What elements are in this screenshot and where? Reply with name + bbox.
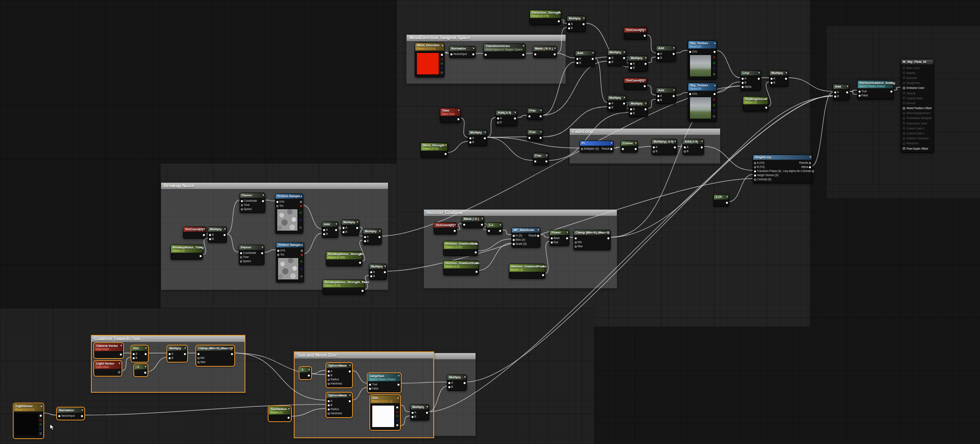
input-pin[interactable] [370,271,372,273]
input-pin[interactable] [653,146,655,148]
input-pin[interactable] [657,99,659,101]
output-pin[interactable] [701,146,703,148]
node-clamp-min-0-max-1[interactable]: Clamp (Min=0) (Max=1)▾MinMax [196,346,234,366]
node-sky-texture[interactable]: Sky_TextureParam2D▴UVs [688,83,717,122]
output-pin[interactable] [726,202,728,204]
input-pin[interactable] [133,357,135,359]
output-pin[interactable] [426,412,428,414]
output-pin[interactable] [349,370,351,372]
output-pin[interactable] [396,424,398,426]
node-multiply[interactable]: Multiply▾AB [629,55,648,72]
collapse-caret-icon[interactable]: ▾ [540,130,542,134]
input-pin[interactable] [133,353,135,355]
input-pin[interactable] [657,95,659,97]
node-texcoord-0[interactable]: TexCoord[0]▾ [434,222,457,234]
output-pin[interactable] [441,54,443,56]
output-pin[interactable] [765,107,767,109]
node-largesun[interactable]: LargeSunSwitch Param (False)▾TrueFalse [368,373,401,392]
output-pin[interactable] [362,290,364,292]
output-pin[interactable] [359,262,361,264]
output-pin[interactable] [184,353,186,355]
input-pin[interactable] [609,57,611,59]
node-add[interactable]: Add▾AB [575,50,595,67]
input-pin[interactable] [859,91,861,93]
collapse-caret-icon[interactable]: ▾ [481,217,483,220]
comment-title[interactable]: Sun and Moon Disc [295,352,433,358]
input-pin[interactable] [370,275,372,277]
output-pin[interactable] [475,251,477,253]
collapse-caret-icon[interactable]: ▾ [458,108,459,112]
collapse-caret-icon[interactable]: ▾ [145,346,147,350]
input-pin[interactable] [630,63,632,65]
input-pin[interactable] [534,53,536,55]
node-power[interactable]: Power▾BaseExp [549,230,569,246]
input-pin[interactable] [277,250,279,252]
collapse-caret-icon[interactable]: ▾ [81,408,83,412]
comment-title[interactable]: Horizon_Gradient [424,210,617,216]
input-pin[interactable] [513,243,515,245]
input-pin[interactable] [364,240,366,242]
collapse-caret-icon[interactable]: ▾ [473,46,474,50]
collapse-caret-icon[interactable]: ▾ [359,252,361,255]
input-pin[interactable] [197,361,200,363]
input-pin[interactable] [469,137,471,139]
node-multiply[interactable]: Multiply▾AB [607,50,626,66]
input-pin[interactable] [771,82,773,84]
node-1[interactable]: 1▾ [300,367,311,379]
output-pin[interactable] [558,20,560,22]
material-input-pin[interactable] [903,102,905,104]
output-pin[interactable] [445,153,447,155]
input-pin[interactable] [575,246,577,248]
comment-title[interactable] [433,353,476,359]
output-pin[interactable] [396,415,398,417]
input-pin[interactable] [241,204,243,206]
input-pin[interactable] [689,51,691,53]
collapse-caret-icon[interactable]: ▾ [542,264,544,268]
collapse-caret-icon[interactable]: ▾ [644,78,646,82]
output-pin[interactable] [464,382,466,384]
input-pin[interactable] [450,53,452,55]
comment-box[interactable] [433,353,476,436]
material-input-pin[interactable] [903,122,905,124]
collapse-caret-icon[interactable]: ▾ [120,344,122,347]
collapse-caret-icon[interactable]: ▾ [554,46,556,50]
output-pin[interactable] [300,205,302,207]
input-pin[interactable] [488,230,490,232]
collapse-caret-icon[interactable]: ▾ [184,346,186,350]
collapse-caret-icon[interactable]: ▾ [623,50,625,54]
material-input-pin[interactable] [903,97,905,99]
collapse-caret-icon[interactable]: ▾ [357,220,358,224]
collapse-caret-icon[interactable]: ▾ [119,361,120,365]
node-1-x[interactable]: 1-x▾ [487,222,502,234]
output-pin[interactable] [713,110,715,112]
collapse-caret-icon[interactable]: ▾ [674,139,676,143]
collapse-caret-icon[interactable]: ▴ [442,43,443,47]
input-pin[interactable] [568,23,570,25]
input-pin[interactable] [328,379,330,381]
output-pin[interactable] [713,62,715,64]
node-multiply[interactable]: Multiply▾AB [567,16,586,32]
output-pin[interactable] [635,148,637,150]
collapse-caret-icon[interactable]: ▾ [362,280,364,284]
output-pin[interactable] [713,56,715,58]
material-input-pin[interactable] [903,87,905,89]
output-pin[interactable] [40,415,42,417]
input-pin[interactable] [328,404,330,406]
collapse-caret-icon[interactable]: ▾ [262,193,264,197]
node-sunradius[interactable]: SunRadiusParam (1)▾ [269,406,291,421]
output-pin[interactable] [542,274,544,276]
output-pin[interactable] [566,237,568,239]
input-pin[interactable] [622,148,624,150]
node-multiply[interactable]: Multiply▾AB [447,375,467,391]
input-pin[interactable] [513,235,515,237]
collapse-caret-icon[interactable]: ▾ [673,46,675,50]
output-pin[interactable] [300,268,302,270]
collapse-caret-icon[interactable]: ▾ [623,95,625,99]
output-pin[interactable] [145,353,147,355]
output-pin[interactable] [514,117,516,119]
input-pin[interactable] [197,357,200,359]
input-pin[interactable] [689,93,691,95]
collapse-caret-icon[interactable]: ▾ [645,56,647,60]
output-pin[interactable] [812,170,814,172]
output-pin[interactable] [713,98,715,100]
